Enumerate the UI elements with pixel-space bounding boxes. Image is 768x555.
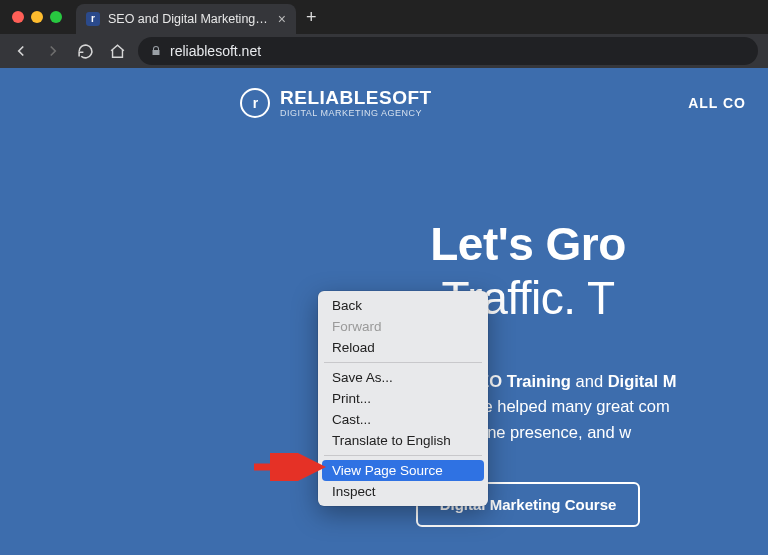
brand-text: RELIABLESOFT DIGITAL MARKETING AGENCY <box>280 88 432 118</box>
favicon-icon: r <box>86 12 100 26</box>
context-menu-view-source[interactable]: View Page Source <box>322 460 484 481</box>
brand-logo-icon: r <box>240 88 270 118</box>
context-menu-separator <box>324 455 482 456</box>
maximize-window-button[interactable] <box>50 11 62 23</box>
url-text: reliablesoft.net <box>170 43 261 59</box>
close-tab-icon[interactable]: × <box>278 11 286 27</box>
back-button[interactable] <box>10 40 32 62</box>
context-menu-reload[interactable]: Reload <box>318 337 488 358</box>
address-bar[interactable]: reliablesoft.net <box>138 37 758 65</box>
context-menu-back[interactable]: Back <box>318 295 488 316</box>
nav-link-all-courses[interactable]: ALL CO <box>688 95 746 111</box>
brand[interactable]: r RELIABLESOFT DIGITAL MARKETING AGENCY <box>240 88 432 118</box>
lock-icon <box>150 45 162 57</box>
new-tab-button[interactable]: + <box>306 7 317 28</box>
close-window-button[interactable] <box>12 11 24 23</box>
tab-title: SEO and Digital Marketing Serv <box>108 12 268 26</box>
home-button[interactable] <box>106 40 128 62</box>
forward-button[interactable] <box>42 40 64 62</box>
reload-button[interactable] <box>74 40 96 62</box>
context-menu-separator <box>324 362 482 363</box>
context-menu-print[interactable]: Print... <box>318 388 488 409</box>
brand-tagline: DIGITAL MARKETING AGENCY <box>280 109 432 118</box>
site-header: r RELIABLESOFT DIGITAL MARKETING AGENCY … <box>0 68 768 118</box>
tab-strip: r SEO and Digital Marketing Serv × + <box>0 0 768 34</box>
browser-tab[interactable]: r SEO and Digital Marketing Serv × <box>76 4 296 34</box>
page-content: r RELIABLESOFT DIGITAL MARKETING AGENCY … <box>0 68 768 555</box>
context-menu: Back Forward Reload Save As... Print... … <box>318 291 488 506</box>
window-controls <box>12 11 62 23</box>
context-menu-cast[interactable]: Cast... <box>318 409 488 430</box>
brand-name: RELIABLESOFT <box>280 88 432 107</box>
context-menu-save-as[interactable]: Save As... <box>318 367 488 388</box>
minimize-window-button[interactable] <box>31 11 43 23</box>
context-menu-forward: Forward <box>318 316 488 337</box>
hero-headline-line1: Let's Gro <box>288 218 768 271</box>
annotation-arrow-icon <box>250 453 330 481</box>
toolbar: reliablesoft.net <box>0 34 768 68</box>
context-menu-translate[interactable]: Translate to English <box>318 430 488 451</box>
browser-chrome: r SEO and Digital Marketing Serv × + rel… <box>0 0 768 68</box>
context-menu-inspect[interactable]: Inspect <box>318 481 488 502</box>
